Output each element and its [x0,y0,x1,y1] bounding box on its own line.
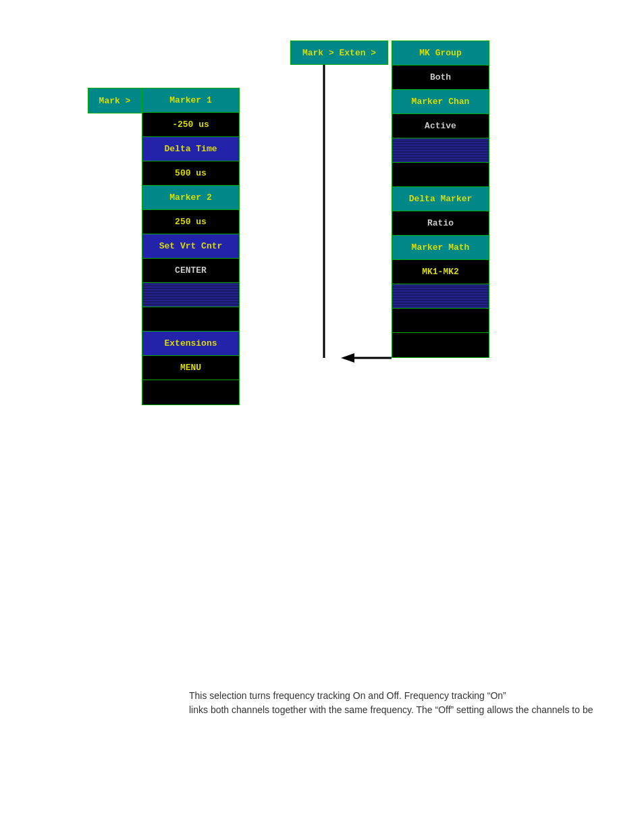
description-line1: This selection turns frequency tracking … [189,689,608,703]
marker1-value[interactable]: -250 us [142,113,239,137]
delta-time-item[interactable]: Delta Time [142,137,239,161]
exten-breadcrumb[interactable]: Mark > Exten > [290,41,388,65]
empty-spacer-r2 [392,309,489,333]
stripe-spacer-r1 [392,138,489,163]
svg-marker-3 [341,353,354,363]
mark-menu-col: Mark > [88,88,142,113]
marker2-item[interactable]: Marker 2 [142,186,239,210]
delta-marker-item[interactable]: Delta Marker [392,187,489,211]
exten-label-col: Mark > Exten > [290,41,388,65]
active-item[interactable]: Active [392,114,489,138]
both-item[interactable]: Both [392,66,489,90]
extensions-item[interactable]: Extensions [142,332,239,356]
description-line2: links both channels together with the sa… [189,703,608,717]
main-menu-col: Marker 1 -250 us Delta Time 500 us Marke… [142,88,240,405]
mk-group-header[interactable]: MK Group [392,41,489,66]
marker1-item[interactable]: Marker 1 [142,88,239,113]
marker-math-item[interactable]: Marker Math [392,236,489,260]
description-area: This selection turns frequency tracking … [189,689,608,717]
empty-spacer-2 [142,380,239,405]
menu-item-btn[interactable]: MENU [142,356,239,380]
set-vrt-cntr-item[interactable]: Set Vrt Cntr [142,234,239,259]
stripe-spacer-r2 [392,284,489,309]
marker2-value[interactable]: 250 us [142,210,239,234]
empty-spacer-1 [142,307,239,332]
right-menu-col: MK Group Both Marker Chan Active Delta M… [392,41,489,358]
empty-spacer-r3 [392,333,489,357]
ratio-item[interactable]: Ratio [392,211,489,236]
mk1-mk2-item[interactable]: MK1-MK2 [392,260,489,284]
marker-chan-item[interactable]: Marker Chan [392,90,489,114]
empty-spacer-r1 [392,163,489,187]
delta-time-value[interactable]: 500 us [142,161,239,186]
stripe-spacer-1 [142,283,239,307]
center-item[interactable]: CENTER [142,259,239,283]
mark-button[interactable]: Mark > [88,88,141,113]
